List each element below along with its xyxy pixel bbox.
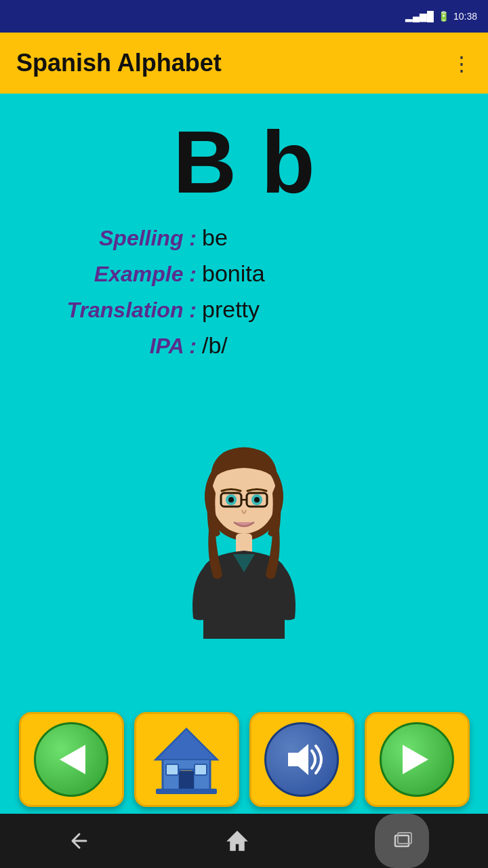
ipa-value: /b/ [202,332,228,359]
svg-rect-16 [156,789,217,794]
forward-arrow-icon [393,736,441,783]
system-recent-button[interactable] [375,814,429,868]
sound-icon [278,736,325,783]
svg-point-9 [254,497,260,502]
time-display: 10:38 [453,11,477,22]
translation-row: Translation : pretty [41,296,461,323]
svg-marker-18 [403,746,427,773]
battery-icon: 🔋 [438,11,449,22]
info-section: Spelling : be Example : bonita Translati… [27,224,461,368]
spelling-value: be [202,224,228,251]
letter-display: B b [173,114,314,211]
spelling-row: Spelling : be [41,224,461,251]
svg-marker-12 [156,729,217,760]
sound-button[interactable] [249,712,354,807]
svg-rect-13 [179,771,194,790]
ipa-row: IPA : /b/ [41,332,461,359]
translation-value: pretty [202,296,260,323]
home-button[interactable] [134,712,239,807]
avatar [169,435,319,639]
menu-icon[interactable]: ⋮ [451,52,472,75]
main-content: B b Spelling : be Example : bonita Trans… [0,94,488,705]
status-bar: ▂▄▆█ 🔋 10:38 [0,0,488,33]
system-back-button[interactable] [59,821,100,861]
example-label: Example : [41,262,197,287]
svg-point-8 [228,497,234,502]
svg-rect-14 [166,764,178,775]
example-row: Example : bonita [41,260,461,287]
signal-icon: ▂▄▆█ [405,11,434,22]
example-value: bonita [202,260,265,287]
back-arrow-icon [47,736,95,783]
svg-rect-15 [195,764,207,775]
system-home-button[interactable] [217,821,258,861]
ipa-label: IPA : [41,334,197,359]
app-title: Spanish Alphabet [16,49,222,77]
translation-label: Translation : [41,298,197,323]
home-icon [149,722,224,797]
spelling-label: Spelling : [41,226,197,251]
bottom-nav [0,705,488,814]
system-nav [0,814,488,868]
svg-marker-17 [288,744,308,775]
avatar-section [169,382,319,692]
back-button[interactable] [19,712,124,807]
app-bar: Spanish Alphabet ⋮ [0,33,488,94]
forward-button[interactable] [365,712,470,807]
svg-marker-10 [61,746,85,773]
